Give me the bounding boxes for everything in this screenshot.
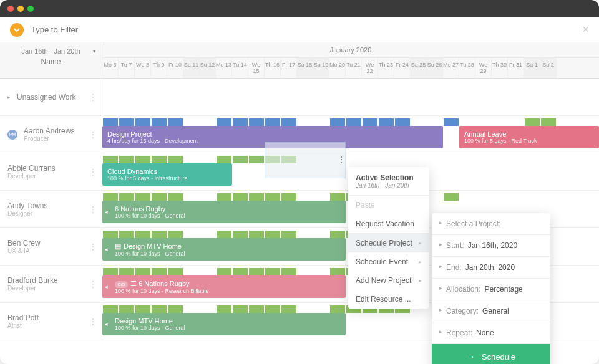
- day-cell: We 29: [475, 58, 492, 78]
- day-cell: Fr 24: [394, 58, 411, 78]
- selection-overlay: [265, 142, 346, 178]
- menu-item[interactable]: Schedule Event▸: [348, 252, 429, 271]
- day-cell: Tu 28: [459, 58, 475, 78]
- resource-role: Producer: [24, 135, 74, 142]
- day-cell: Su 19: [313, 58, 329, 78]
- arrow-right-icon: ▸: [419, 240, 422, 246]
- more-icon[interactable]: ⋮: [89, 93, 97, 102]
- resource-track[interactable]: Design Project4 hrs/day for 15 days - De…: [102, 116, 599, 153]
- unassigned-row[interactable]: ▸ Unassigned Work ⋮: [0, 79, 599, 116]
- chevron-down-icon: ▾: [93, 49, 95, 54]
- day-cell: We 8: [135, 58, 151, 78]
- task-bar[interactable]: ◂0/5☰ 6 Nations Rugby100 % for 10 days -…: [102, 275, 346, 298]
- resource-side[interactable]: PMAaron AndrewsProducer⋮: [0, 116, 102, 153]
- app-logo[interactable]: [10, 23, 24, 37]
- day-cell: Sa 11: [183, 58, 200, 78]
- day-headers: Mo 6Tu 7We 8Th 9Fr 10Sa 11Su 12Mo 13Tu 1…: [102, 58, 599, 78]
- arrow-left-icon: ◂: [105, 321, 108, 327]
- close-dot[interactable]: [7, 6, 14, 12]
- availability-bar: [102, 118, 599, 126]
- option-row[interactable]: ▸Allocation: Percentage: [432, 279, 550, 300]
- option-row[interactable]: ▸Category: General: [432, 300, 550, 322]
- close-icon[interactable]: ×: [582, 23, 589, 36]
- doc-icon: ▤: [115, 242, 121, 250]
- zoom-dot[interactable]: [27, 6, 34, 12]
- menu-item[interactable]: Edit Resource ...: [348, 290, 429, 309]
- timeline-header: Jan 16th - Jan 20th▾ Name January 2020 M…: [0, 42, 599, 79]
- window-titlebar: [0, 0, 599, 17]
- resource-side[interactable]: Brad PottAtrist⋮: [0, 303, 102, 340]
- task-bar[interactable]: Cloud Dynamics100 % for 5 days - Infrast…: [102, 163, 232, 186]
- context-menu-header: Active Selection Jan 16th - Jan 20th: [348, 167, 429, 196]
- menu-item[interactable]: Schedule Project▸: [348, 234, 429, 252]
- month-label: January 2020: [102, 42, 599, 58]
- list-icon: ☰: [130, 280, 137, 287]
- resource-side[interactable]: Bradford BurkeDeveloper⋮: [0, 266, 102, 302]
- day-cell: Su 12: [200, 58, 216, 78]
- day-cell: We 15: [248, 58, 265, 78]
- name-column-label: Name: [5, 57, 97, 66]
- arrow-left-icon: ◂: [105, 246, 108, 252]
- context-menu: Active Selection Jan 16th - Jan 20th Pas…: [348, 167, 429, 309]
- resource-name: Aaron Andrews: [24, 127, 74, 135]
- resource-side[interactable]: Ben CrewUX & IA⋮: [0, 228, 102, 265]
- day-cell: Th 23: [378, 58, 394, 78]
- arrow-right-icon: →: [467, 352, 475, 362]
- menu-item: Paste: [348, 196, 429, 214]
- caret-icon: ▸: [439, 241, 442, 250]
- schedule-button[interactable]: → Schedule: [432, 344, 550, 364]
- option-row[interactable]: ▸Select a Project:: [432, 213, 550, 235]
- task-bar[interactable]: Annual Leave100 % for 5 days - Red Truck: [459, 126, 599, 148]
- day-cell: Fr 31: [508, 58, 524, 78]
- day-cell: Tu 7: [119, 58, 135, 78]
- caret-icon: ▸: [439, 307, 442, 315]
- schedule-project-panel: ▸Select a Project: ▸Start: Jan 16th, 202…: [432, 213, 550, 364]
- more-icon[interactable]: ⋮: [89, 130, 97, 139]
- day-cell: Th 16: [265, 58, 281, 78]
- day-cell: Mo 13: [216, 58, 232, 78]
- more-icon[interactable]: ⋮: [89, 280, 97, 289]
- pm-badge: PM: [7, 130, 17, 140]
- resource-side[interactable]: Abbie CurransDeveloper⋮: [0, 153, 102, 190]
- resource-role: Developer: [7, 285, 58, 292]
- filter-input[interactable]: [31, 25, 575, 34]
- resource-role: Atrist: [7, 322, 39, 329]
- resource-role: Designer: [7, 210, 47, 217]
- arrow-left-icon: ◂: [105, 284, 108, 290]
- day-cell: Mo 6: [102, 58, 119, 78]
- selection-handle-icon[interactable]: ⋮: [337, 155, 346, 165]
- more-icon[interactable]: ⋮: [89, 317, 97, 326]
- option-row[interactable]: ▸End: Jan 20th, 2020: [432, 257, 550, 279]
- menu-item[interactable]: Add New Project▸: [348, 271, 429, 290]
- more-icon[interactable]: ⋮: [89, 242, 97, 251]
- day-cell: Sa 25: [411, 58, 427, 78]
- resource-side[interactable]: Andy TownsDesigner⋮: [0, 191, 102, 228]
- option-row[interactable]: ▸Repeat: None: [432, 322, 550, 344]
- day-cell: Sa 18: [297, 58, 313, 78]
- day-cell: Fr 17: [281, 58, 297, 78]
- resource-name: Andy Towns: [7, 201, 47, 210]
- arrow-left-icon: ◂: [105, 209, 108, 215]
- menu-item[interactable]: Request Vacation: [348, 214, 429, 233]
- more-icon[interactable]: ⋮: [89, 168, 97, 176]
- schedule-body: ▸ Unassigned Work ⋮ PMAaron AndrewsProdu…: [0, 79, 599, 364]
- caret-icon: ▸: [7, 94, 11, 100]
- resource-name: Ben Crew: [7, 239, 41, 247]
- resource-role: UX & IA: [7, 247, 41, 254]
- arrow-right-icon: ▸: [419, 277, 422, 284]
- date-range-picker[interactable]: Jan 16th - Jan 20th▾: [5, 47, 97, 55]
- resource-role: Developer: [7, 173, 56, 180]
- caret-icon: ▸: [439, 285, 442, 294]
- day-cell: Tu 21: [346, 58, 362, 78]
- task-bar[interactable]: ◂▤Design MTV Home100 % for 10 days - Gen…: [102, 238, 346, 261]
- option-row[interactable]: ▸Start: Jan 16th, 2020: [432, 235, 550, 257]
- more-icon[interactable]: ⋮: [89, 205, 97, 214]
- availability-bar: [102, 156, 599, 163]
- task-bar[interactable]: ◂Design MTV Home100 % for 10 days - Gene…: [102, 313, 346, 335]
- day-cell: Sa 1: [524, 58, 540, 78]
- minimize-dot[interactable]: [17, 6, 24, 12]
- resource-name: Brad Pott: [7, 314, 39, 322]
- task-bar[interactable]: ◂6 Nations Rugby100 % for 10 days - Gene…: [102, 201, 346, 223]
- day-cell: Mo 20: [329, 58, 346, 78]
- resource-name: Abbie Currans: [7, 164, 56, 173]
